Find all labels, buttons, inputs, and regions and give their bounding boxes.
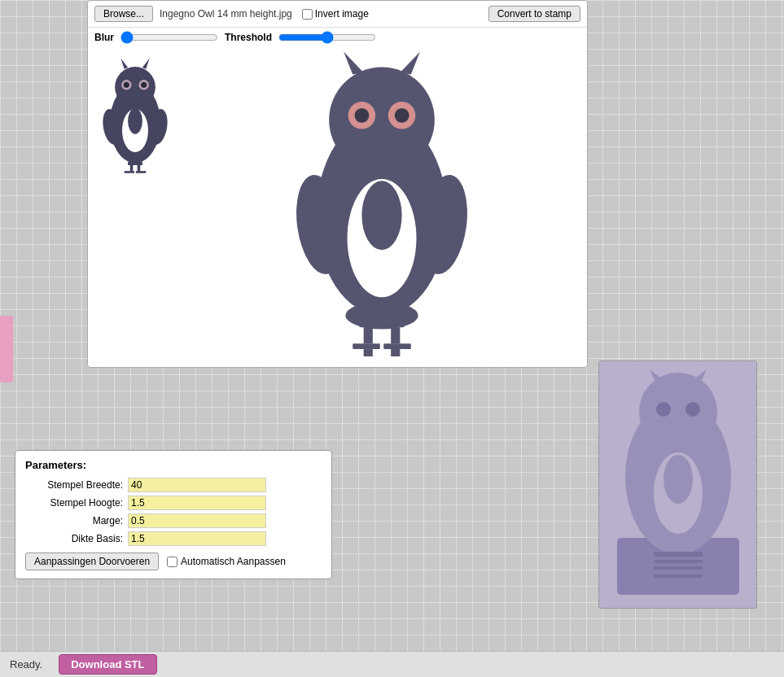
svg-point-41 [639,373,717,451]
buttons-row: Aanpassingen Doorvoeren Automatisch Aanp… [25,553,322,570]
svg-point-42 [656,402,671,417]
svg-point-47 [664,455,693,504]
apply-button[interactable]: Aanpassingen Doorvoeren [25,553,159,570]
threshold-slider[interactable] [278,31,376,44]
svg-rect-54 [654,574,703,578]
toolbar: Browse... Ingegno Owl 14 mm height.jpg I… [88,1,587,28]
ready-status: Ready. [10,658,42,670]
blur-slider[interactable] [120,31,218,44]
stempel-breedte-input[interactable] [128,478,266,492]
svg-rect-48 [660,534,696,540]
auto-checkbox-label[interactable]: Automatisch Aanpassen [167,556,286,567]
svg-rect-34 [391,327,400,343]
parameters-panel: Parameters: Stempel Breedte: Stempel Hoo… [15,450,332,579]
marge-input[interactable] [128,513,266,528]
svg-rect-9 [128,162,142,165]
dikte-basis-row: Dikte Basis: [25,531,322,546]
download-stl-button[interactable]: Download STL [59,654,156,675]
svg-rect-35 [353,343,380,349]
dikte-basis-label: Dikte Basis: [25,533,123,544]
svg-rect-51 [654,552,703,557]
svg-rect-38 [391,349,400,356]
svg-rect-12 [125,171,134,173]
svg-rect-26 [372,132,390,142]
main-dialog: Browse... Ingegno Owl 14 mm height.jpg I… [87,0,588,368]
threshold-label: Threshold [225,32,272,43]
marge-row: Marge: [25,513,322,528]
stempel-breedte-row: Stempel Breedte: [25,478,322,492]
left-decoration [0,316,13,382]
sliders-row: Blur Threshold [88,28,587,47]
svg-rect-49 [664,540,670,552]
stempel-hoogte-label: Stempel Hoogte: [25,497,123,509]
svg-rect-50 [686,540,693,552]
svg-rect-10 [130,165,134,171]
svg-point-8 [128,108,142,134]
owl-3d-preview [605,367,751,603]
3d-preview [598,360,757,609]
svg-point-1 [115,67,155,107]
stempel-hoogte-row: Stempel Hoogte: [25,496,322,510]
owl-main-image [252,47,512,356]
svg-marker-44 [650,369,664,382]
image-area [88,47,587,356]
svg-point-5 [141,82,147,88]
auto-text: Automatisch Aanpassen [181,556,286,567]
blur-label: Blur [94,32,114,43]
svg-rect-52 [654,560,703,563]
dikte-basis-input[interactable] [128,531,266,546]
stempel-hoogte-input[interactable] [128,496,266,510]
svg-rect-53 [654,566,703,570]
svg-rect-36 [383,343,411,349]
svg-marker-45 [693,369,707,382]
svg-marker-16 [120,58,128,68]
thumbnail-container [94,50,176,189]
stempel-breedte-label: Stempel Breedte: [25,479,123,491]
svg-rect-37 [363,349,372,356]
invert-checkbox[interactable] [302,9,313,20]
svg-point-25 [394,108,409,123]
invert-checkbox-label[interactable]: Invert image [302,8,369,20]
svg-marker-20 [344,52,364,75]
convert-to-stamp-button[interactable]: Convert to stamp [488,6,580,22]
parameters-title: Parameters: [25,459,322,471]
svg-marker-21 [400,52,420,75]
svg-point-31 [361,181,401,250]
invert-text: Invert image [315,8,369,20]
browse-button[interactable]: Browse... [94,6,153,22]
svg-point-24 [354,108,369,123]
svg-rect-32 [359,318,405,327]
status-bar: Ready. Download STL [0,651,784,677]
auto-checkbox[interactable] [167,557,177,567]
svg-rect-33 [363,327,372,343]
filename-label: Ingegno Owl 14 mm height.jpg [160,8,292,20]
main-preview [182,50,580,353]
owl-thumbnail [99,55,172,185]
svg-point-4 [124,82,129,88]
svg-point-43 [685,402,700,417]
svg-rect-11 [138,165,141,171]
svg-marker-17 [142,58,150,68]
svg-rect-13 [136,171,146,173]
marge-label: Marge: [25,515,123,526]
svg-point-19 [329,68,435,173]
